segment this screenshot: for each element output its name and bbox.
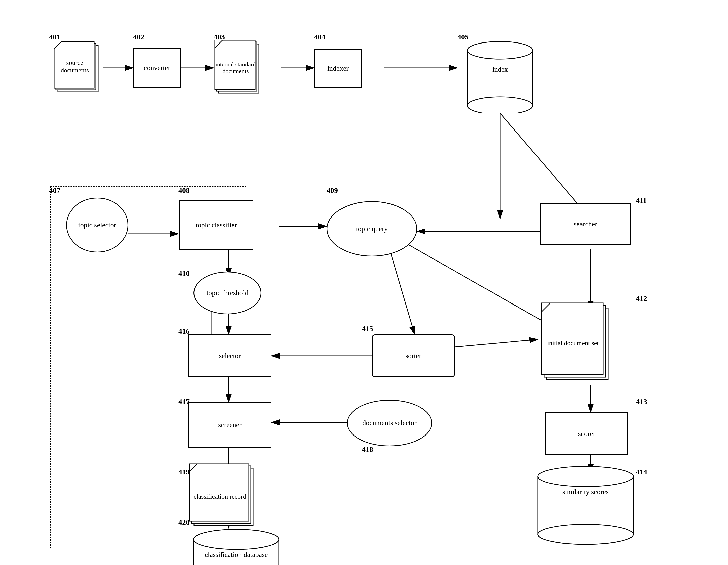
documents-selector-label: documents selector — [362, 418, 416, 428]
indexer: indexer — [314, 49, 362, 88]
topic-selector: topic selector — [66, 198, 128, 252]
label-411: 411 — [636, 196, 647, 205]
label-420: 420 — [178, 518, 190, 527]
label-418: 418 — [362, 445, 373, 454]
source-documents: source documents — [53, 40, 103, 95]
classification-record-label: classification record — [190, 466, 250, 527]
topic-threshold: topic threshold — [193, 271, 261, 314]
label-401: 401 — [49, 33, 60, 41]
selector: selector — [188, 335, 271, 377]
label-416: 416 — [178, 327, 190, 336]
label-415: 415 — [362, 325, 373, 333]
internal-standard-documents-label: internal standard documents — [215, 43, 256, 93]
label-402: 402 — [133, 33, 144, 41]
scorer-label: scorer — [578, 429, 595, 438]
svg-line-9 — [500, 113, 591, 219]
label-412: 412 — [636, 294, 647, 303]
classification-record: classification record — [188, 463, 259, 531]
scorer: scorer — [545, 412, 628, 455]
similarity-scores-label: similarity scores — [533, 488, 638, 496]
svg-point-54 — [193, 529, 279, 549]
screener: screener — [188, 402, 271, 448]
internal-standard-documents: internal standard documents — [214, 39, 264, 97]
topic-selector-label: topic selector — [78, 220, 116, 229]
searcher: searcher — [540, 203, 631, 245]
classification-database: classification database — [188, 526, 284, 565]
label-404: 404 — [314, 33, 325, 41]
label-407: 407 — [49, 186, 60, 195]
sorter: sorter — [372, 335, 455, 377]
label-417: 417 — [178, 397, 190, 406]
svg-point-38 — [467, 41, 533, 59]
screener-label: screener — [218, 421, 241, 430]
label-410: 410 — [178, 269, 190, 277]
searcher-label: searcher — [574, 219, 597, 228]
topic-query: topic query — [327, 201, 417, 256]
label-413: 413 — [636, 397, 647, 406]
selector-label: selector — [219, 351, 241, 360]
initial-document-set-label: initial document set — [542, 307, 604, 380]
similarity-scores: similarity scores — [533, 463, 638, 546]
topic-threshold-label: topic threshold — [206, 289, 248, 298]
svg-point-46 — [538, 466, 633, 487]
documents-selector: documents selector — [347, 400, 432, 446]
initial-document-set: initial document set — [540, 302, 613, 385]
converter: converter — [133, 48, 181, 88]
converter-label: converter — [144, 63, 170, 72]
svg-line-20 — [407, 244, 553, 327]
diagram: 401 402 403 404 405 407 408 409 410 411 … — [0, 0, 728, 565]
sorter-label: sorter — [405, 351, 421, 360]
svg-point-39 — [467, 97, 533, 113]
label-408: 408 — [178, 186, 190, 195]
label-419: 419 — [178, 468, 190, 476]
source-documents-label: source documents — [54, 45, 95, 88]
indexer-label: indexer — [327, 64, 349, 73]
svg-point-47 — [538, 524, 633, 544]
label-409: 409 — [327, 186, 338, 195]
classification-database-label: classification database — [188, 551, 284, 559]
svg-line-19 — [390, 249, 415, 335]
index-label: index — [462, 65, 538, 73]
topic-query-label: topic query — [356, 224, 388, 233]
svg-line-26 — [455, 340, 538, 347]
index: index — [462, 35, 538, 113]
topic-classifier-label: topic classifier — [196, 220, 237, 229]
topic-classifier: topic classifier — [179, 200, 253, 250]
